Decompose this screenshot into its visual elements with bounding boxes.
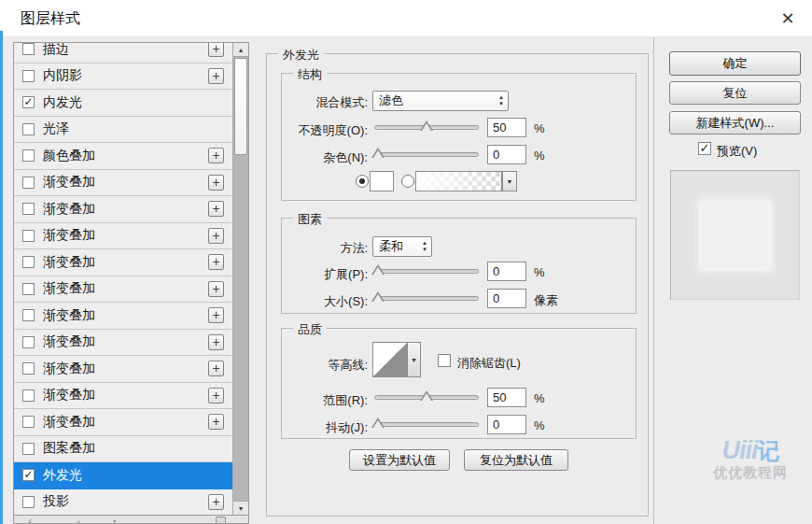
add-effect-button[interactable]: + xyxy=(208,254,224,270)
move-up-icon[interactable]: ▲ xyxy=(74,517,84,524)
add-effect-button[interactable]: + xyxy=(208,307,224,323)
jitter-label: 抖动(J): xyxy=(282,419,368,436)
layer-style-item[interactable]: 投影 + xyxy=(14,489,232,516)
color-radio[interactable] xyxy=(356,175,369,188)
layer-style-item[interactable]: 渐变叠加 + xyxy=(14,276,232,304)
layer-style-item[interactable]: 光泽 xyxy=(14,117,232,144)
range-input[interactable]: 50 xyxy=(487,388,526,407)
antialias-checkbox[interactable] xyxy=(438,354,451,367)
style-checkbox[interactable] xyxy=(22,230,35,242)
style-checkbox[interactable] xyxy=(22,149,35,162)
style-checkbox[interactable] xyxy=(22,123,35,135)
blend-mode-value: 滤色 xyxy=(379,93,403,107)
style-list-rows: 描边 + 内阴影 + ✓ 内发光 光泽 颜色叠加 + 渐变叠加 + 渐变叠加 +… xyxy=(14,43,232,515)
scroll-thumb[interactable] xyxy=(234,58,247,155)
layer-style-item[interactable]: 渐变叠加 + xyxy=(14,356,232,383)
gradient-radio[interactable] xyxy=(401,175,414,188)
layer-style-item[interactable]: 渐变叠加 + xyxy=(14,170,232,197)
slider-thumb[interactable] xyxy=(371,291,385,302)
contour-thumbnail[interactable] xyxy=(372,342,408,377)
slider-thumb[interactable] xyxy=(420,120,433,131)
fx-icon[interactable]: ƒ xyxy=(27,517,33,524)
layer-style-item[interactable]: 渐变叠加 + xyxy=(14,196,232,223)
layer-style-item[interactable]: ✓ 外发光 xyxy=(14,462,232,489)
add-effect-button[interactable]: + xyxy=(208,414,224,430)
add-effect-button[interactable]: + xyxy=(208,148,224,163)
style-checkbox[interactable] xyxy=(22,443,35,455)
slider-track xyxy=(374,422,479,427)
add-effect-button[interactable]: + xyxy=(208,43,224,57)
style-checkbox[interactable] xyxy=(22,336,35,348)
spread-input[interactable]: 0 xyxy=(487,262,526,281)
layer-style-item[interactable]: ✓ 内发光 xyxy=(14,90,232,117)
style-checkbox[interactable] xyxy=(22,389,35,402)
layer-style-item[interactable]: 渐变叠加 + xyxy=(14,409,232,436)
layer-style-item[interactable]: 渐变叠加 + xyxy=(14,303,232,330)
gradient-dropdown-button[interactable]: ▼ xyxy=(502,171,517,191)
spread-slider[interactable] xyxy=(374,265,479,276)
add-effect-button[interactable]: + xyxy=(208,494,224,510)
new-style-button[interactable]: 新建样式(W)... xyxy=(669,111,801,135)
jitter-input[interactable]: 0 xyxy=(487,415,526,434)
size-input[interactable]: 0 xyxy=(487,289,526,308)
size-slider[interactable] xyxy=(374,292,479,304)
range-slider[interactable] xyxy=(374,391,479,403)
layer-style-item[interactable]: 渐变叠加 + xyxy=(14,249,232,276)
reset-default-button[interactable]: 复位为默认值 xyxy=(464,449,568,471)
style-checkbox[interactable] xyxy=(22,309,35,321)
preview-checkbox[interactable]: ✓ xyxy=(698,142,711,155)
add-effect-button[interactable]: + xyxy=(208,361,224,376)
slider-thumb[interactable] xyxy=(371,148,385,158)
add-effect-button[interactable]: + xyxy=(208,281,224,297)
window-title: 图层样式 xyxy=(21,9,80,29)
style-checkbox[interactable] xyxy=(22,203,35,215)
style-checkbox[interactable]: ✓ xyxy=(22,96,35,108)
watermark-logo: Uiii记 xyxy=(700,437,801,464)
style-checkbox[interactable] xyxy=(22,256,35,268)
opacity-slider[interactable] xyxy=(374,121,479,133)
style-checkbox[interactable] xyxy=(22,362,35,375)
layer-style-item[interactable]: 渐变叠加 + xyxy=(14,330,232,357)
style-checkbox[interactable] xyxy=(22,70,35,82)
add-effect-button[interactable]: + xyxy=(208,388,224,404)
slider-thumb[interactable] xyxy=(371,418,385,428)
scroll-up-button[interactable]: ▲ xyxy=(233,43,248,57)
slider-thumb[interactable] xyxy=(371,264,385,275)
jitter-slider[interactable] xyxy=(374,418,479,430)
ok-button[interactable]: 确定 xyxy=(669,51,801,76)
opacity-unit: % xyxy=(534,121,545,135)
opacity-input[interactable]: 50 xyxy=(487,118,526,137)
scroll-down-button[interactable]: ▼ xyxy=(233,501,248,515)
gradient-bar[interactable] xyxy=(415,171,502,191)
add-effect-button[interactable]: + xyxy=(208,175,224,191)
contour-dropdown-button[interactable]: ▼ xyxy=(408,342,421,377)
layer-style-item[interactable]: 图案叠加 xyxy=(14,436,232,463)
layer-style-item[interactable]: 颜色叠加 + xyxy=(14,143,232,170)
color-swatch[interactable] xyxy=(370,171,394,191)
style-checkbox[interactable] xyxy=(22,496,35,508)
noise-input[interactable]: 0 xyxy=(487,145,526,164)
technique-select[interactable]: 柔和 ▲▼ xyxy=(372,236,432,257)
style-checkbox[interactable]: ✓ xyxy=(22,469,35,481)
layer-style-item[interactable]: 内阴影 + xyxy=(14,64,232,91)
layer-style-item[interactable]: 渐变叠加 + xyxy=(14,383,232,410)
reset-button[interactable]: 复位 xyxy=(669,81,801,105)
style-checkbox[interactable] xyxy=(22,416,35,428)
add-effect-button[interactable]: + xyxy=(208,334,224,350)
style-checkbox[interactable] xyxy=(22,283,35,295)
move-down-icon[interactable]: ▪ xyxy=(113,517,116,524)
add-effect-button[interactable]: + xyxy=(208,201,224,217)
trash-icon[interactable] xyxy=(216,517,226,524)
layer-style-item[interactable]: 渐变叠加 + xyxy=(14,223,232,250)
layer-style-item[interactable]: 描边 + xyxy=(14,43,232,64)
noise-slider[interactable] xyxy=(374,149,479,160)
make-default-button[interactable]: 设置为默认值 xyxy=(349,449,450,471)
blend-mode-select[interactable]: 滤色 ▲▼ xyxy=(372,91,509,111)
style-checkbox[interactable] xyxy=(22,177,35,189)
add-effect-button[interactable]: + xyxy=(208,68,224,84)
slider-thumb[interactable] xyxy=(420,390,433,401)
close-button[interactable]: ✕ xyxy=(776,7,800,31)
list-scrollbar[interactable]: ▲ ▼ xyxy=(232,43,248,515)
style-checkbox[interactable] xyxy=(22,43,35,55)
add-effect-button[interactable]: + xyxy=(208,228,224,244)
